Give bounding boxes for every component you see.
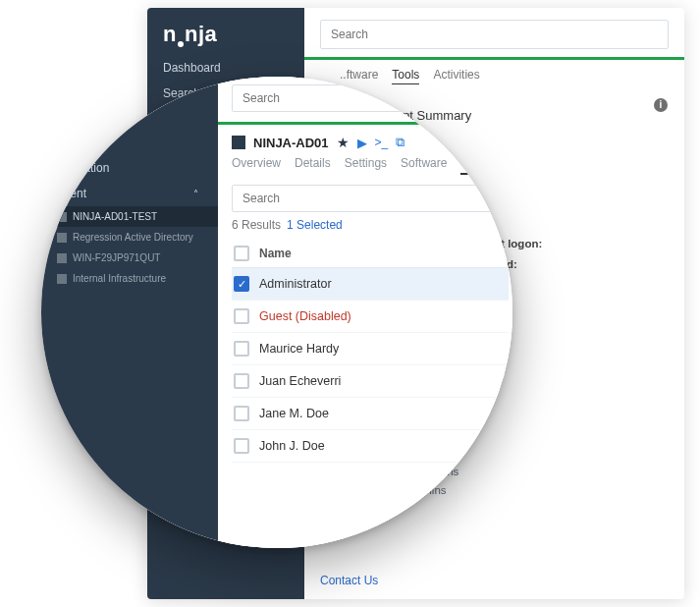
device-icon [57,212,67,222]
row-checkbox[interactable] [234,438,249,454]
column-name[interactable]: Name [259,247,292,260]
tab-software[interactable]: Software [401,156,447,175]
windows-icon [57,253,67,263]
row-checkbox[interactable]: ✓ [234,276,249,292]
tab-settings[interactable]: Settings [345,156,387,175]
play-icon[interactable]: ▶ [357,136,367,150]
row-name: Maurice Hardy [259,342,339,356]
device-icon [57,233,67,243]
tab-overview[interactable]: Overview [232,156,281,175]
sidebar-item-win-f29[interactable]: WIN-F29JP971QUT [41,248,218,268]
remote-desktop-icon[interactable]: ⧉ [396,135,404,150]
sidebar-item-internal-infra[interactable]: Internal Infrastructure [41,268,218,289]
bg-tabs: x ..ftware Tools Activities [304,57,684,92]
sidebar-heading-tent[interactable]: ...tent˄ [41,181,218,206]
tab-details[interactable]: Details [295,156,331,175]
table-row[interactable]: Guest (Disabled) [232,301,509,333]
row-checkbox[interactable] [234,373,249,389]
tab-activities-bg[interactable]: Activities [433,68,479,84]
select-all-checkbox[interactable] [234,246,249,261]
sidebar-item-regression-ad[interactable]: Regression Active Directory [41,227,218,248]
chevron-up-icon: ˄ [193,189,198,199]
magnifier-lens: ...guration ...tent˄ NINJA-AD01-TEST Reg… [41,77,512,548]
table-row[interactable]: ✓ Administrator [232,268,509,301]
global-search-input[interactable] [320,20,669,49]
table-row[interactable]: Maurice Hardy [232,333,509,365]
tab-tools-bg[interactable]: Tools [392,68,419,84]
tools-search-input[interactable] [232,185,509,212]
row-name: Guest (Disabled) [259,309,351,323]
contact-us-link[interactable]: Contact Us [320,574,378,587]
row-name: Administrator [259,277,332,291]
sidebar-heading-config: ...guration [41,155,218,181]
row-checkbox[interactable] [234,308,249,324]
host-name: NINJA-AD01 [253,136,329,150]
device-icon [57,274,67,284]
row-name: John J. Doe [259,439,325,453]
info-icon[interactable]: i [654,98,668,112]
row-name: Jane M. Doe [259,407,329,420]
row-checkbox[interactable] [234,341,249,357]
results-summary: 6 Results1 Selected [232,218,509,232]
table-row[interactable]: Juan Echeverri [232,365,509,398]
terminal-icon[interactable]: >_ [375,136,389,149]
table-row[interactable]: Jane M. Doe [232,398,509,430]
brand-logo: nnja [147,8,304,55]
row-name: Juan Echeverri [259,374,341,388]
table-header: Name [232,240,509,268]
star-icon[interactable]: ★ [337,135,350,150]
row-checkbox[interactable] [234,406,249,421]
mag-sidebar: ...guration ...tent˄ NINJA-AD01-TEST Reg… [41,77,218,548]
tab-software-bg[interactable]: ..ftware [340,68,378,84]
windows-icon [232,136,245,149]
sidebar-item-ninja-ad01-test[interactable]: NINJA-AD01-TEST [41,206,218,227]
